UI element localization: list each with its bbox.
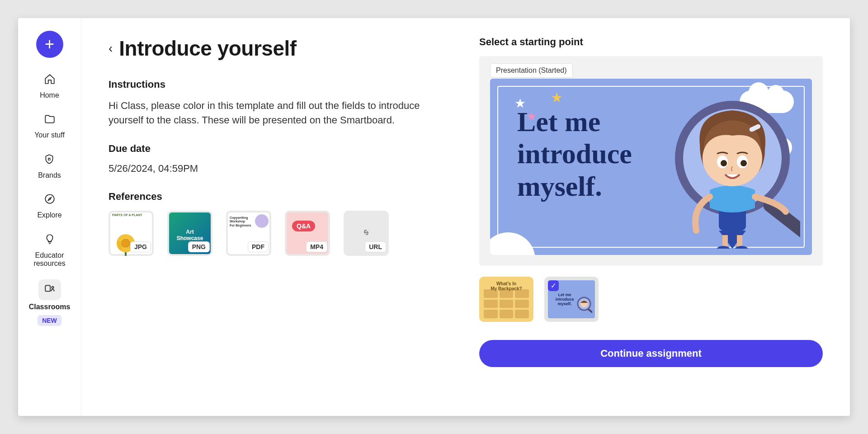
sidebar-item-classrooms[interactable]: Classrooms NEW [29, 279, 71, 326]
star-icon: ★ [551, 90, 563, 105]
duedate-heading: Due date [108, 143, 457, 155]
checkmark-icon: ✓ [548, 280, 559, 291]
sidebar-item-educator-resources[interactable]: Educator resources [33, 231, 65, 268]
sidebar-item-brands[interactable]: B Brands [38, 151, 61, 179]
reference-png-label: Art Showcase [167, 229, 212, 241]
back-button[interactable]: ‹ [108, 41, 113, 56]
app-window: + Home Your stuff B Brands Explore Educa… [18, 18, 850, 416]
reference-png[interactable]: Art Showcase PNG [167, 211, 212, 256]
link-icon [360, 226, 373, 241]
references-list: PARTS OF A PLANT JPG Art Showcase PNG Co… [108, 211, 457, 256]
status-badge: Presentation (Started) [490, 63, 573, 78]
compass-icon [44, 193, 56, 207]
reference-pdf-text: Copywriting Workshop For Beginners [230, 216, 251, 227]
sidebar-item-home[interactable]: Home [39, 71, 60, 99]
folder-icon [44, 113, 56, 127]
sidebar-item-label: Explore [37, 211, 61, 219]
sidebar-item-label: Home [40, 91, 59, 99]
classroom-icon [44, 283, 56, 297]
sidebar-item-label: Your stuff [34, 131, 65, 139]
reference-type-badge: MP4 [306, 241, 327, 252]
brand-icon: B [43, 153, 55, 167]
template-thumb-backpack[interactable]: What's In My Backpack? [479, 277, 533, 322]
svg-rect-2 [45, 286, 50, 292]
instructions-heading: Instructions [108, 79, 457, 90]
main-content: ‹ Introduce yourself Instructions Hi Cla… [81, 18, 850, 416]
girl-mini-icon [576, 297, 592, 316]
svg-rect-19 [588, 308, 592, 314]
duedate-value: 5/26/2024, 04:59PM [108, 163, 457, 175]
reference-tiny-title: PARTS OF A PLANT [112, 213, 142, 217]
svg-rect-13 [722, 235, 728, 248]
continue-button-label: Continue assignment [600, 348, 702, 359]
plus-icon: + [45, 35, 54, 54]
reference-type-badge: PDF [248, 241, 269, 252]
template-thumb-introduce[interactable]: Let me introduce myself. ✓ [544, 277, 599, 322]
svg-point-12 [741, 160, 747, 166]
svg-text:B: B [48, 156, 51, 161]
lightbulb-icon [44, 233, 56, 247]
add-button[interactable]: + [36, 31, 63, 58]
reference-type-badge: JPG [130, 241, 151, 252]
reference-type-badge: PNG [188, 241, 210, 252]
instructions-body: Hi Class, please color in this template … [108, 99, 452, 127]
svg-point-11 [721, 160, 727, 166]
reference-jpg[interactable]: PARTS OF A PLANT JPG [108, 211, 154, 256]
page-title: Introduce yourself [119, 36, 296, 61]
svg-point-3 [52, 287, 53, 288]
home-icon [44, 73, 56, 87]
template-thumbnails: What's In My Backpack? Let me introduce … [479, 277, 823, 322]
sidebar-item-explore[interactable]: Explore [37, 191, 61, 219]
starting-point-heading: Select a starting point [479, 36, 823, 48]
girl-illustration [665, 95, 800, 250]
template-preview-wrap: Presentation (Started) ★ ★ ★ Let me intr… [479, 56, 823, 266]
new-badge: NEW [38, 315, 61, 326]
svg-point-1 [45, 194, 54, 203]
sidebar-item-label: Educator resources [33, 251, 65, 268]
sidebar-item-label: Brands [38, 171, 61, 179]
template-preview[interactable]: ★ ★ ★ Let me introduce myself. [490, 79, 812, 255]
reference-url[interactable]: URL [344, 211, 389, 256]
reference-mp4-qa: Q&A [292, 221, 315, 231]
starting-point-panel: Select a starting point Presentation (St… [479, 36, 823, 402]
continue-assignment-button[interactable]: Continue assignment [479, 340, 823, 367]
svg-rect-14 [737, 235, 742, 248]
preview-text: Let me introduce myself. [517, 106, 632, 203]
sidebar-item-label: Classrooms [29, 303, 71, 311]
reference-pdf[interactable]: Copywriting Workshop For Beginners PDF [226, 211, 271, 256]
sidebar-item-your-stuff[interactable]: Your stuff [34, 111, 65, 139]
assignment-details: ‹ Introduce yourself Instructions Hi Cla… [108, 36, 457, 402]
sidebar: + Home Your stuff B Brands Explore Educa… [18, 18, 81, 416]
reference-mp4[interactable]: Q&A MP4 [285, 211, 330, 256]
references-heading: References [108, 191, 457, 203]
reference-type-badge: URL [365, 241, 386, 252]
